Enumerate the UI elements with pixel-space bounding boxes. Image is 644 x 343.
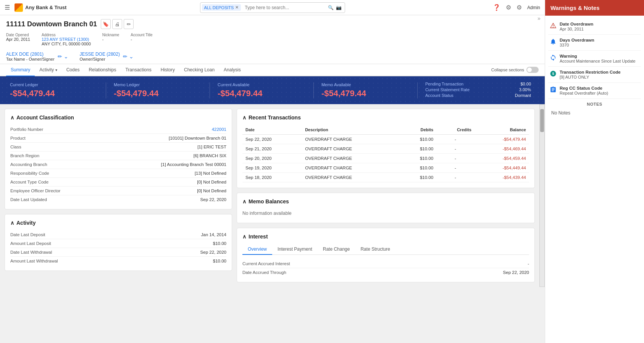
- search-icon[interactable]: 🔍: [328, 5, 334, 10]
- signers: ALEX DOE (2801) Tax Name - Owner/Signer …: [6, 49, 539, 64]
- meta-nickname-value: -: [102, 37, 119, 42]
- signer-1-info: ALEX DOE (2801) Tax Name - Owner/Signer: [6, 52, 55, 61]
- cell-description: OVERDRAFT CHARGE: [302, 154, 400, 163]
- balance-extra-rate: Current Statement Rate 3.00%: [425, 87, 531, 92]
- account-header: 11111 Downtown Branch 01 🔖 🖨 ✏ Date Open…: [0, 15, 545, 64]
- interest-tab-payment[interactable]: Interest Payment: [272, 244, 318, 255]
- warning-title: Date Overdrawn: [560, 22, 593, 26]
- search-tag[interactable]: ALL DEPOSITS ✕: [202, 4, 241, 11]
- right-panel: ∧ Recent Transactions Date Description D…: [237, 104, 539, 287]
- balance-memo-ledger-label: Memo Ledger: [114, 82, 202, 87]
- interest-tab-rate-change[interactable]: Rate Change: [318, 244, 355, 255]
- balance-extra-status: Account Status Dormant: [425, 93, 531, 98]
- signer-2: JESSE DOE (2802) Owner/Signer ✏ ⌄: [80, 52, 134, 61]
- warning-info: Days Overdrawn 3370: [560, 38, 594, 47]
- meta-nickname-label: Nickname: [102, 33, 119, 37]
- balance-extra-status-value: Dormant: [515, 93, 531, 98]
- field-amount-last-withdrawal: Amount Last Withdrawal $10.00: [10, 257, 226, 265]
- tab-summary[interactable]: Summary: [6, 64, 35, 76]
- search-input[interactable]: [242, 5, 328, 10]
- balance-extras: Pending Transaction $0.00 Current Statem…: [418, 82, 539, 99]
- edit-button[interactable]: ✏: [124, 19, 134, 29]
- account-meta: Date Opened Apr 20, 2011 Address 123 ANY…: [6, 31, 539, 49]
- cell-balance: -$54,459.44: [475, 154, 529, 163]
- warning-value: Repeat Overdrafter (Auto): [560, 91, 608, 95]
- warning-info: Transaction Restriction Code [9] AUTO ON…: [560, 70, 621, 79]
- tab-analysis[interactable]: Analysis: [219, 64, 245, 76]
- warning-info: Reg CC Status Code Repeat Overdrafter (A…: [560, 86, 608, 95]
- search-tag-close[interactable]: ✕: [235, 5, 239, 10]
- activity-chevron: ∧: [10, 220, 14, 226]
- balance-extra-rate-label: Current Statement Rate: [425, 87, 470, 92]
- gear-icon[interactable]: ⚙: [516, 4, 522, 11]
- warnings-list: Date Overdrawn Apr 30, 2011 Days Overdra…: [548, 19, 641, 99]
- settings-icon[interactable]: ⚙: [506, 4, 511, 11]
- meta-date-opened-value: Apr 20, 2011: [6, 37, 30, 42]
- sidebar-title: Warnings & Notes: [550, 5, 600, 11]
- signer-2-role: Owner/Signer: [80, 57, 120, 61]
- field-date-accrued-through: Date Accrued Through Sep 22, 2020: [242, 268, 529, 277]
- cell-date: Sep 21, 2020: [242, 144, 302, 154]
- tab-codes[interactable]: Codes: [62, 64, 84, 76]
- tab-transactions[interactable]: Transactions: [121, 64, 156, 76]
- cell-debits: $10.00: [400, 144, 436, 154]
- warning-info: Date Overdrawn Apr 30, 2011: [560, 22, 593, 31]
- tab-relationships[interactable]: Relationships: [84, 64, 121, 76]
- search-tag-label: ALL DEPOSITS: [204, 5, 234, 10]
- cell-balance: -$54,449.44: [475, 163, 529, 173]
- signer-2-edit-icon[interactable]: ✏: [123, 53, 128, 60]
- warning-item: Warning Account Maintenance Since Last U…: [548, 51, 641, 67]
- camera-icon[interactable]: 📷: [336, 5, 342, 10]
- account-title-row: 11111 Downtown Branch 01 🔖 🖨 ✏: [6, 19, 539, 29]
- recent-transactions-card: ∧ Recent Transactions Date Description D…: [237, 109, 535, 188]
- warning-icon: [550, 22, 557, 31]
- scroll-thumb[interactable]: [540, 109, 544, 132]
- warning-item: Reg CC Status Code Repeat Overdrafter (A…: [548, 83, 641, 99]
- cell-date: Sep 22, 2020: [242, 135, 302, 144]
- sidebar-header: Warnings & Notes: [545, 0, 644, 16]
- warning-icon: [550, 54, 557, 63]
- collapse-switch[interactable]: [526, 67, 539, 73]
- hamburger-menu[interactable]: ☰: [5, 4, 10, 11]
- print-button[interactable]: 🖨: [112, 19, 122, 29]
- signer-2-expand-icon[interactable]: ⌄: [129, 53, 134, 60]
- balance-current-available: Current Available -$54,479.44: [210, 82, 314, 98]
- cell-description: OVERDRAFT CHARGE: [302, 173, 400, 182]
- interest-tab-overview[interactable]: Overview: [242, 244, 272, 255]
- interest-tab-rate-structure[interactable]: Rate Structure: [355, 244, 395, 255]
- balance-memo-available-value: -$54,479.44: [321, 89, 410, 98]
- tab-checking-loan[interactable]: Checking Loan: [179, 64, 219, 76]
- balance-extra-pending: Pending Transaction $0.00: [425, 82, 531, 86]
- cell-date: Sep 20, 2020: [242, 154, 302, 163]
- tab-history[interactable]: History: [156, 64, 179, 76]
- memo-balances-title: ∧ Memo Balances: [242, 198, 529, 205]
- warning-icon: $: [550, 70, 557, 79]
- address-line1[interactable]: 123 ANY STREET (1300): [42, 37, 89, 42]
- meta-nickname: Nickname -: [102, 33, 119, 46]
- signer-1-name[interactable]: ALEX DOE (2801): [6, 52, 55, 57]
- recent-transactions-chevron: ∧: [242, 114, 246, 121]
- balance-memo-available-label: Memo Available: [321, 82, 410, 87]
- help-icon[interactable]: ❓: [493, 4, 500, 11]
- collapse-toggle: Collapse sections: [491, 67, 539, 73]
- svg-text:$: $: [552, 72, 554, 76]
- signer-1-edit-icon[interactable]: ✏: [58, 53, 62, 60]
- cell-credits: -: [436, 163, 475, 173]
- sidebar-expand-arrows[interactable]: »: [537, 15, 541, 21]
- balance-banner: Current Ledger -$54,479.44 Memo Ledger -…: [0, 76, 545, 104]
- field-account-type-code: Account Type Code [0] Not Defined: [10, 178, 226, 187]
- warning-value: [9] AUTO ONLY: [560, 75, 621, 79]
- warning-value: 3370: [560, 43, 594, 47]
- memo-balances-chevron: ∧: [242, 198, 246, 205]
- search-area: ALL DEPOSITS ✕ 🔍 📷: [200, 2, 345, 13]
- balance-memo-ledger-value: -$54,479.44: [114, 89, 202, 98]
- warning-item: $ Transaction Restriction Code [9] AUTO …: [548, 67, 641, 83]
- scrollbar[interactable]: [539, 104, 545, 287]
- cell-balance: -$54,469.44: [475, 144, 529, 154]
- bookmark-button[interactable]: 🔖: [101, 19, 111, 29]
- balance-extra-pending-value: $0.00: [521, 82, 531, 86]
- signer-1-expand-icon[interactable]: ⌄: [64, 53, 68, 60]
- signer-2-name[interactable]: JESSE DOE (2802): [80, 52, 120, 57]
- tab-activity[interactable]: Activity ▾: [35, 64, 61, 76]
- cell-debits: $10.00: [400, 135, 436, 144]
